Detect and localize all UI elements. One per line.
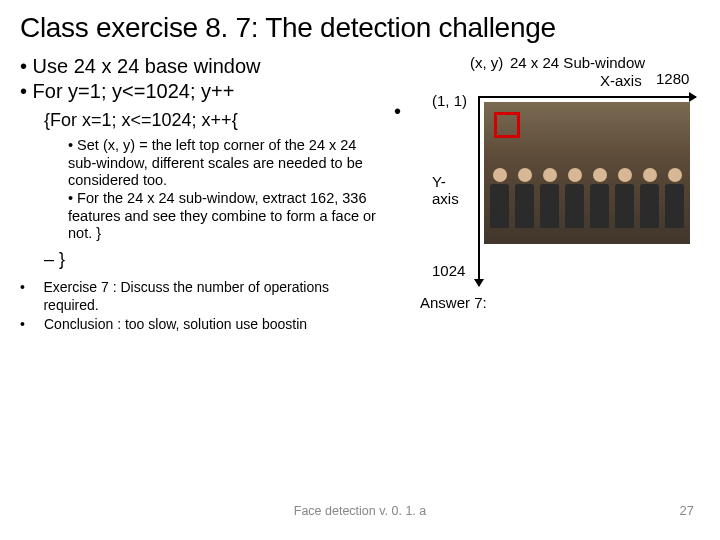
y-axis-arrow-icon [478, 96, 480, 286]
person-shape [540, 168, 559, 234]
footer-text: Face detection v. 0. 1. a [0, 504, 720, 518]
label-1024: 1024 [432, 262, 465, 279]
answer-label: Answer 7: [420, 294, 487, 311]
left-column: Use 24 x 24 base window For y=1; y<=1024… [20, 54, 380, 354]
axes-diagram [478, 96, 696, 286]
photo-placeholder [484, 102, 690, 244]
page-number: 27 [680, 503, 694, 518]
for-x-line: {For x=1; x<=1024; x++{ [44, 110, 380, 131]
main-bullets: Use 24 x 24 base window For y=1; y<=1024… [20, 54, 380, 104]
conclusion-text: Conclusion : too slow, solution use boos… [20, 315, 380, 333]
exercise-7-text: Exercise 7 : Discuss the number of opera… [20, 278, 380, 314]
label-subwindow: 24 x 24 Sub-window [510, 54, 645, 71]
label-xy: (x, y) [470, 54, 503, 71]
inner-set-xy: Set (x, y) = the left top corner of the … [68, 137, 380, 190]
person-shape [490, 168, 509, 234]
person-shape [615, 168, 634, 234]
exercise-bullets: Exercise 7 : Discuss the number of opera… [20, 278, 380, 333]
person-shape [665, 168, 684, 234]
content-row: Use 24 x 24 base window For y=1; y<=1024… [20, 54, 700, 354]
label-1280: 1280 [656, 70, 689, 87]
people-row [490, 164, 684, 234]
stray-bullet-icon: • [394, 100, 401, 123]
person-shape [640, 168, 659, 234]
slide-container: Class exercise 8. 7: The detection chall… [0, 0, 720, 540]
bullet-base-window: Use 24 x 24 base window [20, 54, 380, 79]
label-y-axis: Y- axis [432, 174, 459, 207]
x-axis-arrow-icon [478, 96, 696, 98]
slide-title: Class exercise 8. 7: The detection chall… [20, 12, 700, 44]
dash-close: – } [44, 249, 380, 270]
label-origin: (1, 1) [432, 92, 467, 109]
right-column: (x, y) 24 x 24 Sub-window X-axis 1280 (1… [380, 54, 700, 354]
person-shape [590, 168, 609, 234]
detection-window-icon [494, 112, 520, 138]
person-shape [565, 168, 584, 234]
person-shape [515, 168, 534, 234]
label-x-axis: X-axis [600, 72, 642, 89]
bullet-for-y: For y=1; y<=1024; y++ [20, 79, 380, 104]
inner-bullets: Set (x, y) = the left top corner of the … [68, 137, 380, 243]
diagram-wrap: (x, y) 24 x 24 Sub-window X-axis 1280 (1… [380, 54, 700, 354]
inner-extract: For the 24 x 24 sub-window, extract 162,… [68, 190, 380, 243]
